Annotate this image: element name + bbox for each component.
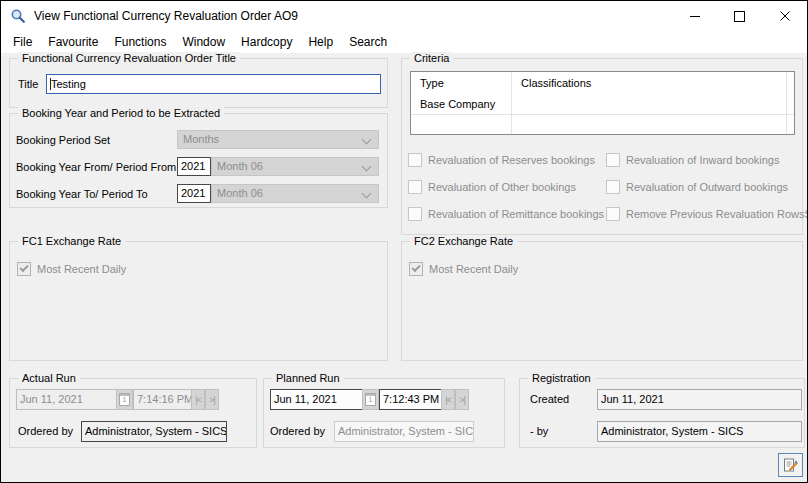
title-label: Title — [18, 78, 38, 90]
group-fc1-label: FC1 Exchange Rate — [18, 235, 125, 247]
planned-run-ordered-by-value: Administrator, System - SICS — [338, 425, 474, 437]
registration-by-field[interactable]: Administrator, System - SICS — [597, 421, 802, 442]
group-fc2: FC2 Exchange Rate Most Recent Daily — [401, 241, 803, 361]
fc1-most-recent-daily-checkbox[interactable]: Most Recent Daily — [17, 262, 126, 276]
spin-next-icon: >| — [209, 395, 215, 405]
right-divider — [786, 72, 787, 134]
menu-item-search[interactable]: Search — [341, 33, 395, 51]
booking-period-to-value: Month 06 — [217, 187, 263, 199]
group-planned-run-label: Planned Run — [272, 372, 344, 384]
booking-year-from-input[interactable]: 2021 — [177, 157, 211, 176]
menu-item-window[interactable]: Window — [174, 33, 233, 51]
checkbox-label: Revaluation of Reserves bookings — [428, 154, 595, 166]
spin-next-icon: >| — [459, 395, 465, 405]
checkbox-icon — [408, 153, 422, 167]
criteria-col-type: Type — [420, 73, 444, 93]
group-order-title: Functional Currency Revaluation Order Ti… — [9, 58, 388, 108]
criteria-row-base-company[interactable]: Base Company — [420, 94, 495, 114]
checkbox-icon — [408, 207, 422, 221]
document-pencil-icon — [783, 458, 798, 473]
checkbox-icon — [408, 180, 422, 194]
actual-run-ordered-by-label: Ordered by — [18, 425, 73, 437]
calendar-icon: 1 — [119, 393, 130, 406]
checkbox-reval-other[interactable]: Revaluation of Other bookings — [408, 180, 576, 194]
booking-period-to-select[interactable]: Month 06 — [211, 184, 379, 203]
checkbox-icon — [606, 207, 620, 221]
actual-run-ordered-by-value: Administrator, System - SICS — [85, 425, 227, 437]
checkbox-label: Most Recent Daily — [429, 263, 518, 275]
row-divider — [411, 114, 794, 115]
criteria-table: Type Classifications Base Company — [410, 71, 795, 135]
planned-run-calendar-button[interactable]: 1 — [362, 389, 379, 410]
actual-run-time-value: 7:14:16 PM — [137, 393, 193, 405]
booking-period-from-value: Month 06 — [217, 160, 263, 172]
title-bar: View Functional Currency Revaluation Ord… — [1, 1, 807, 31]
booking-period-set-select[interactable]: Months — [177, 130, 379, 149]
group-actual-run: Actual Run Jun 11, 2021 1 7:14:16 PM |< … — [9, 378, 257, 448]
planned-run-date-value: Jun 11, 2021 — [274, 393, 337, 405]
edit-order-button[interactable] — [778, 453, 803, 477]
booking-period-set-value: Months — [183, 133, 219, 145]
app-window: View Functional Currency Revaluation Ord… — [0, 0, 808, 483]
actual-run-time-field[interactable]: 7:14:16 PM — [133, 389, 195, 410]
checkbox-label: Revaluation of Inward bookings — [626, 154, 779, 166]
group-booking-label: Booking Year and Period to be Extracted — [18, 107, 224, 119]
checkbox-icon — [606, 153, 620, 167]
magnifier-icon — [10, 8, 26, 24]
actual-run-calendar-button[interactable]: 1 — [116, 389, 133, 410]
group-order-title-label: Functional Currency Revaluation Order Ti… — [18, 52, 240, 64]
group-booking: Booking Year and Period to be Extracted … — [9, 113, 388, 208]
menu-item-help[interactable]: Help — [300, 33, 341, 51]
planned-run-date-field[interactable]: Jun 11, 2021 — [270, 389, 364, 410]
group-criteria: Criteria Type Classifications Base Compa… — [401, 58, 803, 235]
planned-run-spin-prev-button[interactable]: |< — [441, 389, 455, 410]
close-button[interactable] — [762, 1, 807, 31]
column-divider — [511, 72, 512, 134]
booking-period-set-label: Booking Period Set — [16, 134, 110, 146]
checkbox-label: Revaluation of Remittance bookings — [428, 208, 604, 220]
checkbox-reval-reserves[interactable]: Revaluation of Reserves bookings — [408, 153, 595, 167]
title-input[interactable]: Testing — [46, 74, 381, 94]
planned-run-time-value: 7:12:43 PM — [383, 393, 439, 405]
planned-run-spin-next-button[interactable]: >| — [455, 389, 469, 410]
booking-year-to-value: 2021 — [181, 187, 205, 199]
actual-run-ordered-by-field[interactable]: Administrator, System - SICS — [81, 421, 227, 442]
menu-item-functions[interactable]: Functions — [106, 33, 174, 51]
registration-created-field[interactable]: Jun 11, 2021 — [597, 389, 802, 410]
checkbox-reval-outward[interactable]: Revaluation of Outward bookings — [606, 180, 788, 194]
minimize-button[interactable] — [672, 1, 717, 31]
minimize-icon — [690, 16, 700, 17]
booking-year-to-input[interactable]: 2021 — [177, 184, 211, 203]
group-planned-run: Planned Run Jun 11, 2021 1 7:12:43 PM |<… — [263, 378, 505, 448]
spin-prev-icon: |< — [445, 395, 451, 405]
booking-to-label: Booking Year To/ Period To — [16, 188, 148, 200]
checkbox-remove-previous-reval[interactable]: Remove Previous Revaluation RowsSic — [606, 207, 808, 221]
registration-by-label: - by — [530, 425, 548, 437]
window-controls — [672, 1, 807, 31]
calendar-icon: 1 — [365, 393, 376, 406]
maximize-button[interactable] — [717, 1, 762, 31]
registration-by-value: Administrator, System - SICS — [601, 425, 743, 437]
menu-item-favourite[interactable]: Favourite — [40, 33, 106, 51]
menu-bar: File Favourite Functions Window Hardcopy… — [1, 31, 807, 53]
group-fc2-label: FC2 Exchange Rate — [410, 235, 517, 247]
menu-item-hardcopy[interactable]: Hardcopy — [233, 33, 300, 51]
checkbox-label: Remove Previous Revaluation RowsSic — [626, 208, 808, 220]
planned-run-time-field[interactable]: 7:12:43 PM — [379, 389, 445, 410]
checkbox-reval-inward[interactable]: Revaluation of Inward bookings — [606, 153, 779, 167]
checkbox-checked-icon — [409, 262, 423, 276]
menu-item-file[interactable]: File — [5, 33, 40, 51]
criteria-col-classifications: Classifications — [521, 73, 591, 93]
spin-prev-icon: |< — [195, 395, 201, 405]
actual-run-spin-prev-button[interactable]: |< — [191, 389, 205, 410]
actual-run-spin-next-button[interactable]: >| — [205, 389, 219, 410]
checkbox-label: Most Recent Daily — [37, 263, 126, 275]
booking-period-from-select[interactable]: Month 06 — [211, 157, 379, 176]
checkbox-reval-remittance[interactable]: Revaluation of Remittance bookings — [408, 207, 604, 221]
fc2-most-recent-daily-checkbox[interactable]: Most Recent Daily — [409, 262, 518, 276]
chevron-down-icon — [362, 162, 372, 172]
planned-run-ordered-by-field[interactable]: Administrator, System - SICS — [334, 421, 474, 442]
chevron-down-icon — [362, 135, 372, 145]
checkbox-checked-icon — [17, 262, 31, 276]
actual-run-date-field[interactable]: Jun 11, 2021 — [16, 389, 118, 410]
